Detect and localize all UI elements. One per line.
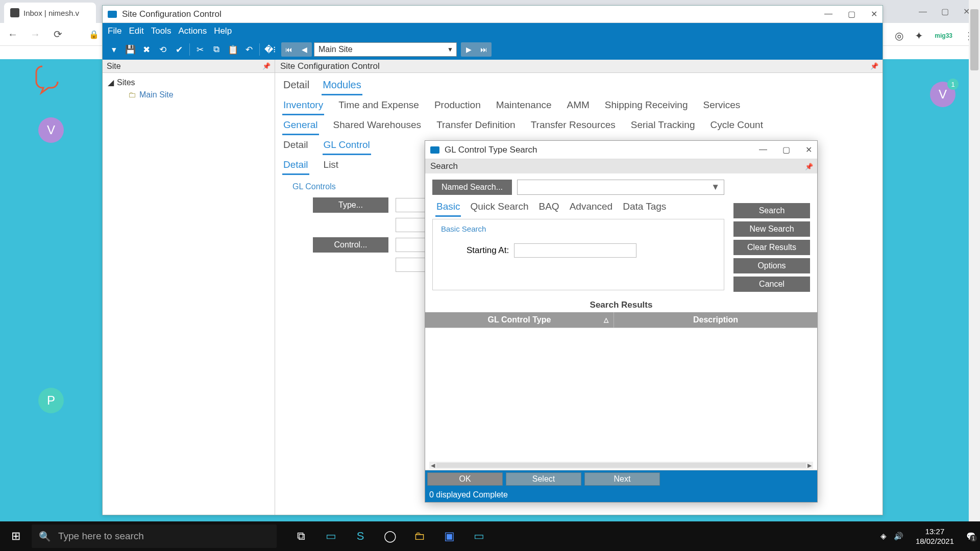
app-minimize-button[interactable]: — [824,9,832,19]
tab-cycle-count[interactable]: Cycle Count [709,118,764,135]
copy-button[interactable]: ⧉ [209,42,224,57]
named-search-dropdown[interactable]: ▼ [517,180,724,195]
tab-basic[interactable]: Basic [435,200,461,217]
avatar-p[interactable]: P [38,388,64,413]
tab-baq[interactable]: BAQ [538,200,560,217]
tree-root[interactable]: ◢ Sites [108,76,270,89]
tab-transfer-resources[interactable]: Transfer Resources [530,118,617,135]
pin-icon[interactable]: 📌 [870,62,878,70]
target-icon[interactable]: ◎ [895,30,903,42]
tab-general[interactable]: General [282,118,319,135]
last-button[interactable]: ⏭ [476,42,492,57]
tab-list[interactable]: List [323,158,340,175]
tab-time-expense[interactable]: Time and Expense [337,98,420,115]
save-button[interactable]: 💾 [123,42,137,57]
dialog-titlebar[interactable]: GL Control Type Search — ▢ ✕ [425,141,817,159]
menu-file[interactable]: File [108,26,121,36]
menu-actions[interactable]: Actions [178,26,207,36]
forward-button[interactable]: → [29,29,42,40]
menu-help[interactable]: Help [214,26,232,36]
refresh-button[interactable]: ⟲ [156,42,170,57]
prev-button[interactable]: ◀ [297,42,312,57]
taskbar-search[interactable]: 🔍 Type here to search [32,524,277,548]
options-button[interactable]: Options [733,258,810,273]
wifi-icon[interactable]: ◈ [880,532,887,541]
named-search-button[interactable]: Named Search... [432,180,512,195]
pin-icon[interactable]: 📌 [262,62,271,70]
dialog-maximize-button[interactable]: ▢ [782,145,790,155]
first-button[interactable]: ⏮ [281,42,297,57]
app-maximize-button[interactable]: ▢ [848,9,855,19]
app-close-button[interactable]: ✕ [871,9,877,19]
app-titlebar[interactable]: Site Configuration Control — ▢ ✕ [103,6,883,23]
type-button[interactable]: Type... [313,197,388,213]
tab-amm[interactable]: AMM [566,98,591,115]
pin-icon[interactable]: 📌 [805,163,813,170]
volume-icon[interactable]: 🔊 [894,532,903,541]
control-button[interactable]: Control... [313,237,388,253]
tab-data-tags[interactable]: Data Tags [622,200,667,217]
tree-button[interactable]: �⁝ [263,42,277,57]
reload-button[interactable]: ⟳ [51,28,64,40]
menu-edit[interactable]: Edit [129,26,143,36]
menu-tools[interactable]: Tools [151,26,172,36]
clear-button[interactable]: ✔ [172,42,186,57]
mig33-icon[interactable]: mig33 [935,32,952,39]
search-button[interactable]: Search [733,203,810,218]
chrome-icon[interactable]: ◯ [376,523,404,549]
starting-at-input[interactable] [514,243,636,258]
paste-button[interactable]: 📋 [226,42,240,57]
ok-button[interactable]: OK [427,472,503,486]
tab-quick-search[interactable]: Quick Search [469,200,529,217]
avatar-v-right[interactable]: V 1 [930,82,955,107]
tab-detail4[interactable]: Detail [282,138,309,155]
maximize-button[interactable]: ▢ [941,7,949,16]
new-button[interactable]: ▾ [107,42,121,57]
clear-results-button[interactable]: Clear Results [733,240,810,255]
page-scrollbar[interactable] [969,0,980,551]
grid-h-scrollbar[interactable]: ◀ ▶ [429,462,813,469]
start-button[interactable]: ⊞ [0,521,32,551]
scroll-right-icon[interactable]: ▶ [806,462,813,469]
site-dropdown[interactable]: Main Site ▼ [314,42,457,57]
browser-tab[interactable]: Inbox | nimesh.v [4,3,96,23]
back-button[interactable]: ← [6,29,19,40]
notifications-icon[interactable]: 💬1 [966,532,976,541]
new-search-button[interactable]: New Search [733,221,810,237]
clock[interactable]: 13:27 18/02/2021 [911,527,959,546]
tab-maintenance[interactable]: Maintenance [495,98,553,115]
dialog-close-button[interactable]: ✕ [805,145,812,155]
next-button[interactable]: Next [584,472,660,486]
task-view-icon[interactable]: ⧉ [287,523,315,549]
tab-detail[interactable]: Detail [282,77,310,95]
tab-inventory[interactable]: Inventory [282,98,324,115]
tab-services[interactable]: Services [702,98,742,115]
minimize-button[interactable]: — [919,7,927,16]
scroll-thumb[interactable] [970,9,978,70]
delete-button[interactable]: ✖ [139,42,154,57]
app-icon-2[interactable]: ▭ [464,523,493,549]
tab-production[interactable]: Production [433,98,482,115]
cut-button[interactable]: ✂ [193,42,207,57]
tab-advanced[interactable]: Advanced [569,200,614,217]
tab-transfer-definition[interactable]: Transfer Definition [435,118,517,135]
tree-child-main-site[interactable]: 🗀 Main Site [108,89,270,101]
explorer-icon[interactable]: 🗀 [405,523,434,549]
select-button[interactable]: Select [506,472,581,486]
tab-shipping[interactable]: Shipping Receiving [604,98,689,115]
tab-modules[interactable]: Modules [322,77,362,95]
tab-detail5[interactable]: Detail [282,158,309,175]
tab-serial-tracking[interactable]: Serial Tracking [630,118,696,135]
col-description[interactable]: Description [614,312,817,328]
dialog-minimize-button[interactable]: — [759,145,767,155]
cancel-button[interactable]: Cancel [733,277,810,292]
scroll-left-icon[interactable]: ◀ [429,462,436,469]
grid-body[interactable]: ◀ ▶ [425,328,817,470]
zoom-icon[interactable]: ▣ [435,523,463,549]
app-icon-1[interactable]: ▭ [316,523,345,549]
tab-gl-control[interactable]: GL Control [323,138,371,155]
next-button[interactable]: ▶ [461,42,476,57]
undo-button[interactable]: ↶ [242,42,256,57]
extensions-icon[interactable]: ✦ [915,30,923,42]
avatar-v[interactable]: V [38,117,64,143]
